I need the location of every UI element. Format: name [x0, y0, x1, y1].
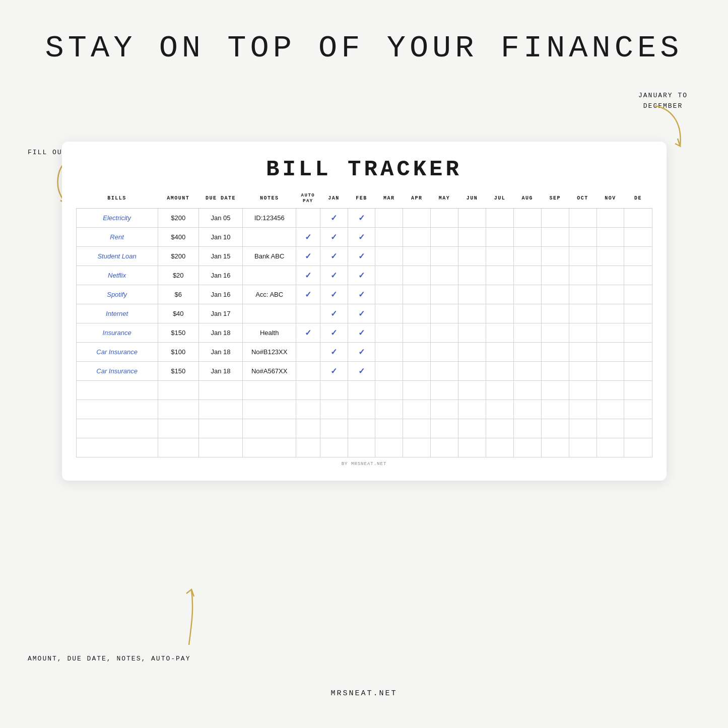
- empty-cell: [243, 419, 296, 438]
- month-jan: ✓: [320, 304, 348, 323]
- bill-autopay: [296, 342, 320, 361]
- col-amount-header: AMOUNT: [158, 190, 198, 208]
- bill-due-date: Jan 18: [198, 342, 242, 361]
- month-jun: [458, 208, 486, 227]
- month-may: [431, 323, 458, 342]
- month-mar: [375, 266, 403, 285]
- month-jul: [486, 342, 513, 361]
- month-sep: [541, 342, 569, 361]
- bill-notes: No#A567XX: [243, 361, 296, 380]
- month-nov: [597, 342, 624, 361]
- bill-amount: $20: [158, 266, 198, 285]
- empty-cell: [486, 438, 513, 457]
- empty-cell: [597, 438, 624, 457]
- tracker-card: BILL TRACKER BILLS AMOUNT DUE DATE NOTES…: [62, 142, 667, 481]
- bill-name: Spotify: [76, 285, 158, 304]
- bill-notes: No#B123XX: [243, 342, 296, 361]
- empty-cell: [624, 438, 652, 457]
- empty-cell: [296, 419, 320, 438]
- table-row: Spotify $6 Jan 16 Acc: ABC ✓ ✓✓: [76, 285, 652, 304]
- bill-name: Student Loan: [76, 246, 158, 266]
- bill-autopay: [296, 304, 320, 323]
- month-apr: [403, 342, 431, 361]
- bill-autopay: ✓: [296, 323, 320, 342]
- bill-due-date: Jan 18: [198, 361, 242, 380]
- month-mar: [375, 285, 403, 304]
- footer-url: MRSNEAT.NET: [330, 689, 397, 698]
- month-sep: [541, 266, 569, 285]
- month-nov: [597, 361, 624, 380]
- month-apr: [403, 227, 431, 246]
- empty-cell: [431, 438, 458, 457]
- month-dec: [624, 285, 652, 304]
- month-dec: [624, 304, 652, 323]
- month-feb: ✓: [348, 342, 375, 361]
- empty-cell: [296, 380, 320, 400]
- month-apr: [403, 266, 431, 285]
- col-aug-header: AUG: [513, 190, 541, 208]
- month-feb: ✓: [348, 285, 375, 304]
- bill-autopay: [296, 361, 320, 380]
- amount-label: AMOUNT, DUE DATE, NOTES, AUTO-PAY: [28, 655, 190, 663]
- month-nov: [597, 285, 624, 304]
- table-row: Rent $400 Jan 10 ✓ ✓✓: [76, 227, 652, 246]
- month-jun: [458, 323, 486, 342]
- bill-due-date: Jan 05: [198, 208, 242, 227]
- month-dec: [624, 246, 652, 266]
- empty-cell: [569, 438, 597, 457]
- empty-cell: [403, 380, 431, 400]
- table-row: Insurance $150 Jan 18 Health ✓ ✓✓: [76, 323, 652, 342]
- empty-cell: [403, 438, 431, 457]
- empty-row: [76, 380, 652, 400]
- empty-cell: [541, 400, 569, 419]
- month-jul: [486, 304, 513, 323]
- table-row: Netflix $20 Jan 16 ✓ ✓✓: [76, 266, 652, 285]
- bill-notes: [243, 227, 296, 246]
- bill-amount: $150: [158, 323, 198, 342]
- month-aug: [513, 323, 541, 342]
- main-title: STAY ON TOP OF YOUR FINANCES: [45, 30, 683, 66]
- month-dec: [624, 227, 652, 246]
- month-aug: [513, 361, 541, 380]
- col-autopay-header: AUTOPAY: [296, 190, 320, 208]
- bill-amount: $150: [158, 361, 198, 380]
- table-row: Car Insurance $150 Jan 18 No#A567XX ✓✓: [76, 361, 652, 380]
- empty-cell: [513, 400, 541, 419]
- bill-name: Rent: [76, 227, 158, 246]
- month-jun: [458, 266, 486, 285]
- table-row: Student Loan $200 Jan 15 Bank ABC ✓ ✓✓: [76, 246, 652, 266]
- month-apr: [403, 246, 431, 266]
- empty-cell: [375, 438, 403, 457]
- table-row: Car Insurance $100 Jan 18 No#B123XX ✓✓: [76, 342, 652, 361]
- bill-notes: [243, 266, 296, 285]
- empty-cell: [541, 380, 569, 400]
- col-may-header: MAY: [431, 190, 458, 208]
- empty-cell: [375, 419, 403, 438]
- empty-cell: [198, 438, 242, 457]
- month-oct: [569, 342, 597, 361]
- month-apr: [403, 304, 431, 323]
- tracker-table: BILLS AMOUNT DUE DATE NOTES AUTOPAY JAN …: [76, 190, 652, 457]
- month-apr: [403, 208, 431, 227]
- empty-cell: [320, 438, 348, 457]
- month-mar: [375, 361, 403, 380]
- month-apr: [403, 323, 431, 342]
- month-sep: [541, 285, 569, 304]
- month-jun: [458, 246, 486, 266]
- empty-row: [76, 438, 652, 457]
- month-aug: [513, 266, 541, 285]
- bill-autopay: ✓: [296, 227, 320, 246]
- month-may: [431, 361, 458, 380]
- month-feb: ✓: [348, 323, 375, 342]
- month-may: [431, 208, 458, 227]
- empty-cell: [569, 419, 597, 438]
- bill-autopay: [296, 208, 320, 227]
- month-aug: [513, 208, 541, 227]
- month-nov: [597, 304, 624, 323]
- empty-cell: [348, 380, 375, 400]
- empty-cell: [198, 380, 242, 400]
- empty-cell: [158, 419, 198, 438]
- month-jul: [486, 208, 513, 227]
- empty-cell: [76, 380, 158, 400]
- empty-cell: [541, 438, 569, 457]
